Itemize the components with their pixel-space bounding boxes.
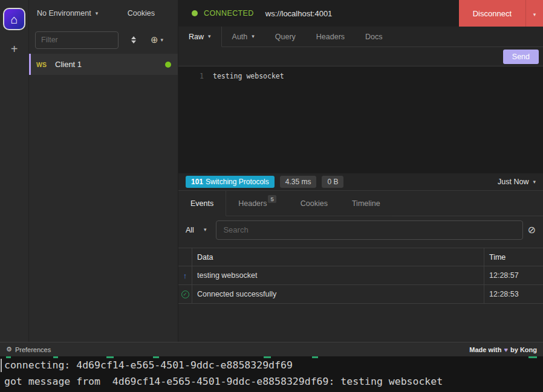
chevron-down-icon: ▾ bbox=[533, 11, 536, 18]
tab-raw[interactable]: Raw ▾ bbox=[178, 27, 222, 47]
create-request-button[interactable]: ⊕ ▾ bbox=[151, 34, 163, 45]
response-size-badge: 0 B bbox=[322, 176, 343, 188]
chevron-down-icon: ▾ bbox=[252, 34, 255, 39]
disconnect-group: Disconnect ▾ bbox=[459, 0, 543, 27]
table-header-row: Data Time bbox=[178, 248, 543, 266]
sidebar-filter-input[interactable] bbox=[35, 31, 119, 49]
connection-status-dot bbox=[165, 62, 171, 68]
event-type-select[interactable]: All ▾ bbox=[186, 226, 206, 234]
clear-events-button[interactable]: ⊘ bbox=[528, 224, 536, 236]
sidebar: No Environment ▾ Cookies ⊕ ▾ WS Client 1 bbox=[29, 0, 178, 342]
chevron-down-icon: ▾ bbox=[204, 227, 207, 233]
cookies-button[interactable]: Cookies bbox=[128, 9, 155, 18]
table-row[interactable]: ✓ Connected successfully 12:28:53 bbox=[178, 285, 543, 304]
chevron-down-icon: ▾ bbox=[161, 37, 164, 43]
time-column-header: Time bbox=[484, 248, 543, 266]
status-footer: ⚙ Preferences Made with ♥ by Kong bbox=[0, 342, 543, 356]
connection-bar: CONNECTED ws://localhost:4001 Disconnect… bbox=[178, 0, 543, 27]
arrow-up-icon: ↑ bbox=[183, 272, 187, 280]
terminal-line: got message from 4d69cf14-e565-4501-9ddc… bbox=[4, 376, 443, 387]
chevron-down-icon: ▾ bbox=[533, 179, 536, 185]
environment-label: No Environment bbox=[37, 9, 91, 18]
preferences-button[interactable]: ⚙ Preferences bbox=[6, 345, 51, 353]
kong-credit: Made with ♥ by Kong bbox=[469, 346, 537, 353]
add-project-button[interactable]: + bbox=[11, 42, 18, 56]
send-row: Send bbox=[178, 47, 543, 66]
sort-icon bbox=[131, 40, 136, 43]
event-time: 12:28:53 bbox=[484, 285, 543, 303]
main-pane: CONNECTED ws://localhost:4001 Disconnect… bbox=[178, 0, 543, 342]
gear-icon: ⚙ bbox=[6, 345, 12, 353]
editor-line-number: 1 bbox=[200, 72, 204, 80]
terminal-line: connecting: 4d69cf14-e565-4501-9ddc-e885… bbox=[4, 359, 293, 371]
status-code: 101 bbox=[191, 178, 203, 186]
terminal[interactable]: connecting: 4d69cf14-e565-4501-9ddc-e885… bbox=[0, 356, 543, 392]
event-data: testing websocket bbox=[192, 266, 484, 284]
connected-dot-icon bbox=[192, 10, 198, 16]
sidebar-header: No Environment ▾ Cookies bbox=[29, 0, 178, 27]
workspace: ⌂ + No Environment ▾ Cookies ⊕ bbox=[0, 0, 543, 342]
disconnect-button[interactable]: Disconnect bbox=[459, 0, 525, 27]
tab-response-headers[interactable]: Headers 5 bbox=[226, 191, 288, 216]
terminal-clipped-line bbox=[528, 356, 537, 358]
request-method-badge: WS bbox=[36, 61, 55, 68]
response-history-dropdown[interactable]: Just Now ▾ bbox=[498, 178, 537, 186]
disconnect-menu-button[interactable]: ▾ bbox=[525, 0, 543, 27]
tab-bar-filler bbox=[393, 27, 543, 47]
home-icon: ⌂ bbox=[10, 13, 18, 25]
request-name: Client 1 bbox=[55, 60, 165, 69]
chevron-down-icon: ▾ bbox=[96, 11, 99, 16]
left-rail: ⌂ + bbox=[0, 0, 29, 342]
tab-timeline[interactable]: Timeline bbox=[340, 191, 392, 216]
tab-auth[interactable]: Auth ▾ bbox=[222, 27, 265, 47]
icon-column-header bbox=[178, 248, 192, 266]
terminal-clipped-line bbox=[53, 356, 58, 358]
heart-icon: ♥ bbox=[504, 346, 508, 353]
tab-headers[interactable]: Headers bbox=[306, 27, 355, 47]
terminal-clipped-line bbox=[106, 356, 114, 358]
message-editor[interactable]: 1 testing websocket bbox=[178, 66, 543, 173]
tab-events[interactable]: Events bbox=[178, 191, 226, 216]
terminal-clipped-line bbox=[264, 356, 271, 358]
plus-circle-icon: ⊕ bbox=[151, 34, 158, 45]
tab-query[interactable]: Query bbox=[265, 27, 306, 47]
table-row[interactable]: ↑ testing websocket 12:28:57 bbox=[178, 266, 543, 285]
events-table: Data Time ↑ testing websocket 12:28:57 ✓… bbox=[178, 248, 543, 304]
chevron-down-icon: ▾ bbox=[208, 34, 211, 39]
editor-content: testing websocket bbox=[213, 72, 284, 80]
status-badge: 101Switching Protocols bbox=[186, 176, 275, 188]
tab-bar-filler bbox=[392, 191, 543, 216]
terminal-clipped-line bbox=[312, 356, 318, 358]
check-circle-icon: ✓ bbox=[181, 291, 189, 298]
environment-selector[interactable]: No Environment ▾ bbox=[37, 9, 98, 18]
events-table-area: Data Time ↑ testing websocket 12:28:57 ✓… bbox=[178, 243, 543, 342]
sort-icon bbox=[131, 36, 136, 39]
status-text: Switching Protocols bbox=[206, 178, 269, 186]
event-data: Connected successfully bbox=[192, 285, 484, 303]
insomnia-app: ⌂ + No Environment ▾ Cookies ⊕ bbox=[0, 0, 543, 392]
connection-status: CONNECTED bbox=[204, 9, 254, 18]
data-column-header: Data bbox=[192, 248, 484, 266]
tab-response-cookies[interactable]: Cookies bbox=[288, 191, 340, 216]
terminal-clipped-line bbox=[6, 356, 11, 358]
request-tab-bar: Raw ▾ Auth ▾ Query Headers Docs bbox=[178, 27, 543, 47]
terminal-clipped-line bbox=[153, 356, 159, 358]
events-search-input[interactable] bbox=[216, 220, 522, 240]
response-time-badge: 4.35 ms bbox=[280, 176, 317, 188]
websocket-url: ws://localhost:4001 bbox=[265, 9, 333, 18]
request-list-item[interactable]: WS Client 1 bbox=[29, 54, 178, 75]
event-time: 12:28:57 bbox=[484, 266, 543, 284]
terminal-cursor bbox=[1, 359, 2, 372]
response-meta-bar: 101Switching Protocols 4.35 ms 0 B Just … bbox=[178, 173, 543, 191]
events-filter-row: All ▾ ⊘ bbox=[178, 216, 543, 243]
sidebar-filter-row: ⊕ ▾ bbox=[29, 27, 178, 53]
response-tab-bar: Events Headers 5 Cookies Timeline bbox=[178, 191, 543, 216]
home-button[interactable]: ⌂ bbox=[3, 8, 25, 30]
headers-count-badge: 5 bbox=[268, 195, 276, 203]
tab-docs[interactable]: Docs bbox=[355, 27, 392, 47]
send-button[interactable]: Send bbox=[503, 50, 539, 64]
sort-button[interactable] bbox=[129, 34, 138, 46]
ban-icon: ⊘ bbox=[528, 225, 536, 235]
